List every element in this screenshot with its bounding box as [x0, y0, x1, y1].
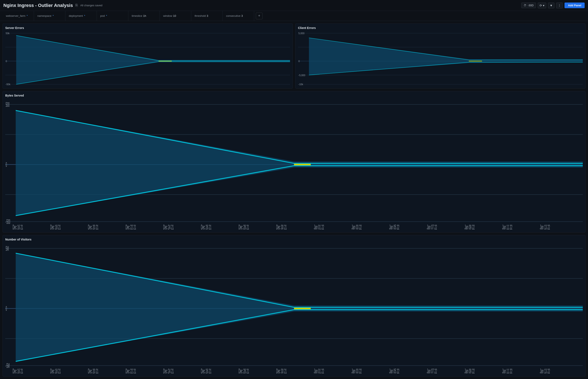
- page-title: Nginx Ingress - Outlier Analysis: [3, 3, 73, 8]
- filter-button[interactable]: ▼: [548, 2, 555, 8]
- bytes-served-title: Bytes Served: [5, 94, 583, 97]
- more-options-button[interactable]: ⋮: [556, 2, 563, 8]
- svg-text:Jan 09 22: Jan 09 22: [465, 223, 475, 231]
- server-errors-panel: Server Errors 50k 0 -50k: [2, 24, 293, 89]
- time-range-value: -30D: [528, 4, 533, 7]
- svg-text:Jan 03 22: Jan 03 22: [351, 367, 362, 375]
- svg-text:Dec 24 21: Dec 24 21: [81, 86, 92, 87]
- svg-text:Jan 09 22: Jan 09 22: [221, 86, 231, 87]
- save-icon[interactable]: ⎘: [75, 3, 78, 8]
- svg-text:Jan 01 22: Jan 01 22: [149, 86, 159, 87]
- svg-text:-5M: -5M: [6, 362, 10, 369]
- svg-text:Jan 07 22: Jan 07 22: [427, 223, 437, 231]
- charts-row-top: Server Errors 50k 0 -50k: [2, 24, 586, 89]
- svg-text:Dec 22 21: Dec 22 21: [126, 367, 136, 375]
- svg-text:Dec 16 21: Dec 16 21: [306, 86, 317, 87]
- svg-text:Dec 24 21: Dec 24 21: [163, 223, 174, 231]
- svg-text:Jan 03 22: Jan 03 22: [351, 223, 362, 231]
- svg-text:Dec 20 21: Dec 20 21: [88, 367, 98, 375]
- svg-text:Jan 05 22: Jan 05 22: [185, 86, 196, 87]
- bytes-served-panel: Bytes Served 500 0 -500 Dec 16 21 Dec 18…: [2, 91, 586, 233]
- svg-text:0: 0: [6, 60, 7, 63]
- svg-text:Jan 11 22: Jan 11 22: [502, 223, 512, 231]
- svg-text:-10k: -10k: [298, 83, 303, 86]
- svg-text:Jan 09 22: Jan 09 22: [514, 86, 524, 87]
- svg-text:Dec 28 21: Dec 28 21: [239, 223, 249, 231]
- svg-text:Jan 11 22: Jan 11 22: [502, 367, 512, 375]
- filter-row: webserver_farm * namespace * deployment …: [0, 11, 588, 21]
- visitors-title: Number of Visitors: [5, 238, 583, 241]
- svg-text:Dec 22 21: Dec 22 21: [126, 223, 136, 231]
- saved-status: All changes saved: [80, 4, 103, 7]
- server-errors-title: Server Errors: [5, 26, 290, 30]
- bytes-served-chart: 500 0 -500 Dec 16 21 Dec 18 21 Dec 20 21…: [5, 98, 583, 231]
- svg-text:Dec 16 21: Dec 16 21: [13, 223, 23, 231]
- client-errors-chart: 5,000 0 -5,000 -10k Dec 16 21 Dec 20 21: [298, 31, 583, 87]
- svg-text:5M: 5M: [6, 245, 9, 252]
- svg-text:5,000: 5,000: [298, 32, 304, 35]
- visitors-chart: 5M 0 -5M Dec 16 21 Dec 18 21 Dec 20 21 D…: [5, 242, 583, 375]
- svg-text:Dec 20 21: Dec 20 21: [88, 223, 98, 231]
- svg-text:Dec 20 21: Dec 20 21: [340, 86, 350, 87]
- svg-text:-50k: -50k: [6, 83, 10, 86]
- svg-text:Dec 30 21: Dec 30 21: [276, 367, 287, 375]
- svg-text:0: 0: [6, 305, 7, 312]
- filter-threshold[interactable]: threshold 3: [191, 11, 223, 21]
- svg-text:Dec 30 21: Dec 30 21: [276, 223, 287, 231]
- svg-text:Dec 18 21: Dec 18 21: [50, 367, 61, 375]
- client-errors-panel: Client Errors 5,000 0 -5,000 -10k: [295, 24, 586, 89]
- svg-text:Dec 28 21: Dec 28 21: [115, 86, 126, 87]
- svg-text:Dec 16 21: Dec 16 21: [13, 86, 24, 87]
- svg-text:Dec 26 21: Dec 26 21: [201, 367, 211, 375]
- visitors-panel: Number of Visitors 5M 0 -5M Dec 16 21 De…: [2, 235, 586, 377]
- client-errors-title: Client Errors: [298, 26, 583, 30]
- svg-text:Dec 28 21: Dec 28 21: [407, 86, 418, 87]
- svg-text:Jan 09 22: Jan 09 22: [465, 367, 475, 375]
- svg-text:Jan 13 22: Jan 13 22: [540, 367, 550, 375]
- svg-text:Jan 01 22: Jan 01 22: [314, 223, 324, 231]
- svg-text:Jan 01 22: Jan 01 22: [441, 86, 452, 87]
- time-range-button[interactable]: ⏱ -30D: [521, 2, 536, 8]
- svg-text:Dec 16 21: Dec 16 21: [13, 367, 23, 375]
- svg-text:Jan 13 22: Jan 13 22: [550, 86, 560, 87]
- svg-text:Dec 24 21: Dec 24 21: [163, 367, 174, 375]
- svg-text:-500: -500: [6, 218, 10, 225]
- svg-text:500: 500: [6, 101, 9, 108]
- svg-text:Dec 26 21: Dec 26 21: [201, 223, 211, 231]
- filter-consecutive[interactable]: consecutive 3: [223, 11, 254, 21]
- server-errors-chart: 50k 0 -50k Dec 16 21 Dec: [5, 31, 290, 87]
- clock-icon: ⏱: [524, 4, 526, 7]
- svg-text:Jan 07 22: Jan 07 22: [427, 367, 437, 375]
- add-panel-button[interactable]: Add Panel: [564, 2, 585, 8]
- header-controls: ⏱ -30D ⟳ ▾ ▼ ⋮ Add Panel: [521, 2, 585, 8]
- charts-area: Server Errors 50k 0 -50k: [0, 21, 588, 379]
- filter-window[interactable]: window 10: [160, 11, 191, 21]
- svg-text:-5,000: -5,000: [298, 74, 305, 77]
- filter-deployment[interactable]: deployment *: [65, 11, 97, 21]
- svg-text:0: 0: [6, 161, 7, 168]
- svg-text:Jan 05 22: Jan 05 22: [389, 223, 399, 231]
- svg-text:Jan 13 22: Jan 13 22: [540, 223, 550, 231]
- add-filter-button[interactable]: +: [256, 13, 263, 19]
- filter-timeslice[interactable]: timeslice 1h: [128, 11, 160, 21]
- svg-text:50k: 50k: [6, 32, 10, 35]
- svg-text:0: 0: [298, 60, 300, 63]
- svg-text:Dec 20 21: Dec 20 21: [47, 86, 58, 87]
- svg-text:Dec 28 21: Dec 28 21: [239, 367, 249, 375]
- svg-text:Jan 05 22: Jan 05 22: [389, 367, 399, 375]
- filter-pod[interactable]: pod *: [97, 11, 128, 21]
- svg-text:Jan 13 22: Jan 13 22: [257, 86, 268, 87]
- svg-text:Jan 01 22: Jan 01 22: [314, 367, 324, 375]
- header: Nginx Ingress - Outlier Analysis ⎘ All c…: [0, 0, 588, 11]
- svg-text:Dec 24 21: Dec 24 21: [374, 86, 384, 87]
- filter-namespace[interactable]: namespace *: [34, 11, 65, 21]
- svg-text:Dec 18 21: Dec 18 21: [50, 223, 61, 231]
- refresh-button[interactable]: ⟳ ▾: [538, 2, 546, 8]
- filter-webserver-farm[interactable]: webserver_farm *: [2, 11, 34, 21]
- svg-text:Jan 05 22: Jan 05 22: [478, 86, 488, 87]
